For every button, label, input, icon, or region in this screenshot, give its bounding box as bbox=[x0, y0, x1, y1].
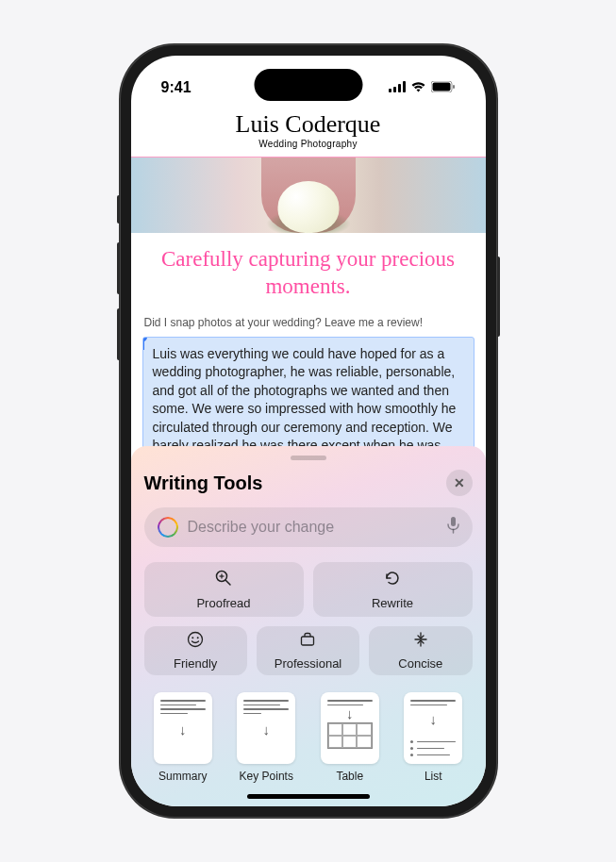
volume-down-button bbox=[117, 308, 120, 360]
svg-rect-2 bbox=[398, 84, 401, 92]
concise-label: Concise bbox=[398, 656, 442, 671]
review-prompt: Did I snap photos at your wedding? Leave… bbox=[131, 310, 486, 337]
friendly-icon bbox=[187, 631, 204, 653]
apple-intelligence-icon bbox=[158, 517, 178, 538]
sheet-grabber[interactable] bbox=[291, 456, 326, 460]
svg-point-14 bbox=[191, 637, 193, 638]
list-label: List bbox=[425, 770, 442, 783]
list-icon: ↓ bbox=[404, 692, 462, 764]
page-title: Luis Coderque bbox=[131, 110, 486, 139]
svg-point-13 bbox=[189, 633, 203, 647]
writing-tools-sheet: Writing Tools ✕ Describe your change Pro… bbox=[131, 446, 486, 806]
volume-up-button bbox=[117, 242, 120, 294]
svg-rect-1 bbox=[393, 87, 396, 92]
table-icon: ↓ bbox=[321, 692, 379, 764]
rewrite-icon bbox=[383, 569, 402, 592]
silence-switch bbox=[117, 195, 120, 224]
rewrite-button[interactable]: Rewrite bbox=[313, 562, 473, 617]
svg-rect-16 bbox=[302, 637, 314, 645]
key-points-button[interactable]: ↓ Key Points bbox=[233, 692, 300, 783]
key-points-label: Key Points bbox=[240, 770, 293, 783]
list-button[interactable]: ↓ List bbox=[400, 692, 467, 783]
summary-icon: ↓ bbox=[154, 692, 212, 764]
table-button[interactable]: ↓ Table bbox=[317, 692, 384, 783]
table-label: Table bbox=[336, 770, 363, 783]
text-selection-field[interactable]: Luis was everything we could have hoped … bbox=[142, 337, 474, 450]
phone-frame: 9:41 Luis Coderque Wedding Photography bbox=[120, 44, 497, 818]
professional-icon bbox=[299, 631, 316, 653]
dynamic-island bbox=[254, 69, 362, 101]
close-icon: ✕ bbox=[454, 475, 465, 490]
input-placeholder: Describe your change bbox=[188, 519, 438, 536]
concise-button[interactable]: Concise bbox=[369, 626, 472, 675]
home-indicator[interactable] bbox=[247, 794, 370, 799]
proofread-icon bbox=[214, 569, 233, 592]
proofread-label: Proofread bbox=[196, 596, 250, 610]
summary-label: Summary bbox=[158, 770, 207, 783]
hero-image bbox=[131, 157, 486, 233]
svg-rect-7 bbox=[451, 517, 456, 526]
professional-button[interactable]: Professional bbox=[257, 626, 359, 675]
svg-rect-6 bbox=[453, 85, 455, 89]
battery-icon bbox=[431, 79, 456, 96]
screen: 9:41 Luis Coderque Wedding Photography bbox=[131, 56, 486, 806]
microphone-icon[interactable] bbox=[447, 517, 459, 539]
page-header: Luis Coderque Wedding Photography bbox=[131, 107, 486, 157]
svg-rect-3 bbox=[403, 81, 406, 92]
summary-button[interactable]: ↓ Summary bbox=[150, 692, 217, 783]
concise-icon bbox=[412, 631, 429, 653]
wifi-icon bbox=[410, 79, 426, 96]
signal-icon bbox=[389, 79, 406, 96]
svg-line-10 bbox=[225, 580, 230, 585]
key-points-icon: ↓ bbox=[237, 692, 295, 764]
rewrite-label: Rewrite bbox=[372, 596, 413, 610]
power-button bbox=[497, 257, 500, 337]
friendly-button[interactable]: Friendly bbox=[144, 626, 247, 675]
svg-rect-0 bbox=[389, 89, 391, 92]
tagline: Carefully capturing your precious moment… bbox=[131, 233, 486, 310]
close-button[interactable]: ✕ bbox=[446, 470, 473, 496]
friendly-label: Friendly bbox=[174, 656, 217, 671]
describe-change-input[interactable]: Describe your change bbox=[144, 507, 473, 547]
proofread-button[interactable]: Proofread bbox=[144, 562, 304, 617]
page-subtitle: Wedding Photography bbox=[131, 139, 486, 149]
sheet-title: Writing Tools bbox=[144, 472, 263, 494]
svg-rect-5 bbox=[432, 83, 450, 91]
professional-label: Professional bbox=[275, 656, 342, 671]
selected-text-content: Luis was everything we could have hoped … bbox=[153, 346, 457, 450]
status-time: 9:41 bbox=[161, 79, 191, 96]
svg-point-15 bbox=[197, 637, 199, 638]
